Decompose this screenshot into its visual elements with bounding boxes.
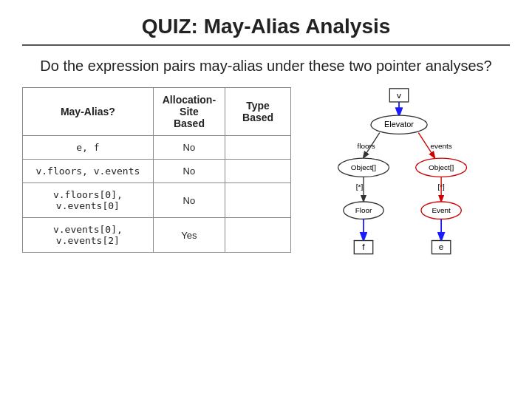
page: QUIZ: May-Alias Analysis Do the expressi… bbox=[0, 0, 532, 399]
label-event: Event bbox=[432, 206, 451, 214]
expr-2: v.floors, v.events bbox=[23, 160, 154, 183]
label-events: events bbox=[430, 142, 451, 150]
expr-1: e, f bbox=[23, 136, 154, 160]
expr-4: v.events[0], v.events[2] bbox=[23, 218, 154, 253]
col-header-type: Type Based bbox=[225, 88, 291, 136]
label-obj1: Object[] bbox=[351, 163, 377, 171]
alloc-1: No bbox=[153, 136, 225, 160]
alloc-4: Yes bbox=[153, 218, 225, 253]
label-v: v bbox=[397, 90, 401, 100]
label-elevator: Elevator bbox=[384, 120, 414, 129]
label-floor: Floor bbox=[355, 206, 372, 214]
col-header-expr: May-Alias? bbox=[23, 88, 154, 136]
subtitle: Do the expression pairs may-alias under … bbox=[22, 56, 510, 75]
type-2 bbox=[225, 160, 291, 183]
main-content: May-Alias? Allocation-SiteBased Type Bas… bbox=[22, 87, 510, 301]
table-row: v.events[0], v.events[2] Yes bbox=[23, 218, 291, 253]
alloc-2: No bbox=[153, 160, 225, 183]
page-title: QUIZ: May-Alias Analysis bbox=[22, 15, 510, 38]
label-star1: [*] bbox=[356, 183, 364, 191]
label-obj2: Object[] bbox=[429, 163, 454, 171]
col-header-alloc: Allocation-SiteBased bbox=[153, 88, 225, 136]
title-divider bbox=[22, 44, 510, 46]
type-3 bbox=[225, 183, 291, 218]
type-1 bbox=[225, 136, 291, 160]
label-e: e bbox=[439, 242, 444, 251]
diagram: v Elevator floors events Object[] bbox=[303, 87, 510, 301]
type-4 bbox=[225, 218, 291, 253]
table-row: v.floors[0], v.events[0] No bbox=[23, 183, 291, 218]
diagram-svg: v Elevator floors events Object[] bbox=[303, 87, 510, 301]
expr-3: v.floors[0], v.events[0] bbox=[23, 183, 154, 218]
alloc-3: No bbox=[153, 183, 225, 218]
table-row: e, f No bbox=[23, 136, 291, 160]
table-row: v.floors, v.events No bbox=[23, 160, 291, 183]
analysis-table: May-Alias? Allocation-SiteBased Type Bas… bbox=[22, 87, 291, 253]
